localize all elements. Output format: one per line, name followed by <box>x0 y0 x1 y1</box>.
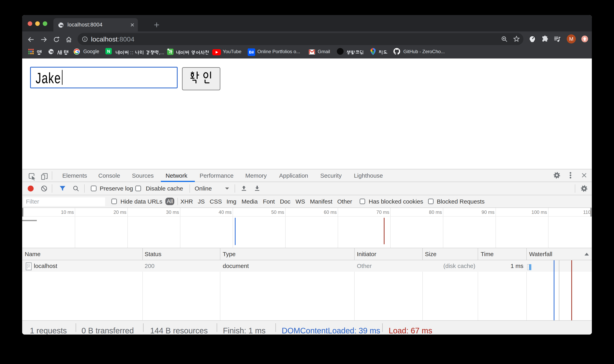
svg-text:N: N <box>107 49 110 54</box>
svg-text:Bē: Bē <box>249 50 254 54</box>
svg-text:M: M <box>569 36 573 42</box>
